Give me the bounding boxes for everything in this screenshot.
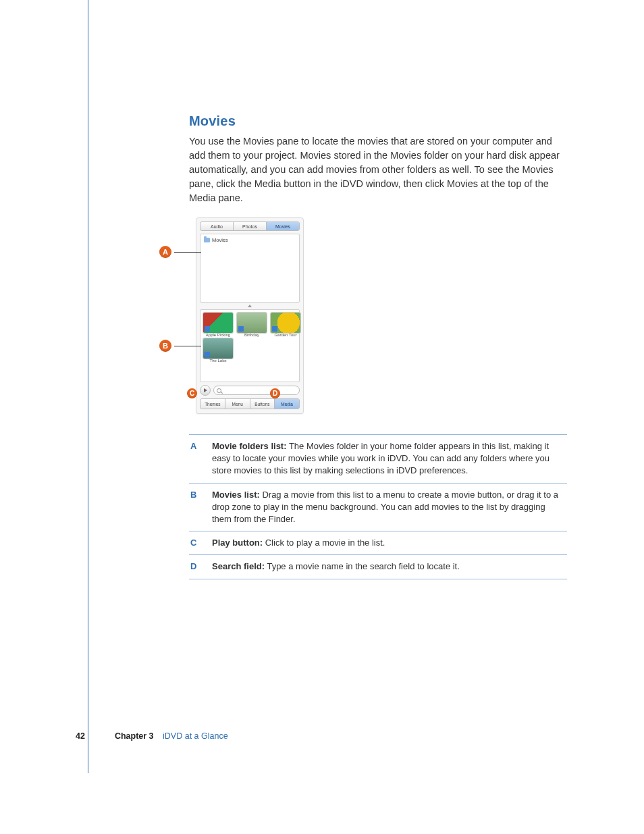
callout-d: D (270, 388, 280, 398)
callout-bubble-a: A (159, 246, 171, 258)
tab-themes[interactable]: Themes (200, 399, 225, 409)
table-row: D Search field: Type a movie name in the… (189, 555, 567, 579)
table-row: C Play button: Click to play a movie in … (189, 531, 567, 555)
tab-buttons[interactable]: Buttons (250, 399, 275, 409)
legend-text: Movies list: Drag a movie from this list… (212, 489, 566, 526)
tab-movies[interactable]: Movies (267, 222, 299, 230)
list-item[interactable]: Birthday (237, 313, 267, 337)
bottom-segmented-control[interactable]: Themes Menu Buttons Media (200, 398, 300, 409)
section-heading: Movies (189, 113, 576, 129)
tab-photos[interactable]: Photos (234, 222, 267, 230)
folder-label: Movies (212, 237, 228, 243)
top-segmented-control[interactable]: Audio Photos Movies (200, 221, 300, 231)
movie-badge-icon (238, 326, 244, 332)
search-input[interactable] (213, 386, 300, 395)
legend-key: C (190, 537, 200, 549)
legend-key: B (190, 489, 200, 526)
tab-audio[interactable]: Audio (200, 222, 234, 230)
list-item[interactable]: Apple Picking (203, 313, 233, 337)
list-item[interactable]: The Lake (203, 338, 233, 363)
page-footer: 42 Chapter 3 iDVD at a Glance (76, 731, 228, 741)
movie-badge-icon (205, 326, 210, 332)
movies-list[interactable]: Apple Picking Birthday Garden Tour The L… (200, 309, 300, 382)
movie-badge-icon (205, 352, 210, 357)
legend-text: Play button: Click to play a movie in th… (212, 537, 385, 549)
callout-line (174, 252, 201, 253)
callout-a: A (159, 246, 201, 258)
list-item[interactable]: Movies (204, 237, 296, 243)
movie-thumbnail[interactable] (203, 313, 233, 333)
callout-b: B (159, 340, 201, 352)
chapter-label: Chapter 3 (115, 731, 154, 741)
thumbnail-label: Apple Picking (203, 333, 233, 337)
movie-badge-icon (272, 326, 277, 332)
tab-menu[interactable]: Menu (225, 399, 250, 409)
callout-bubble-b: B (159, 340, 171, 352)
callout-line (174, 346, 201, 346)
thumbnail-label: Garden Tour (271, 333, 300, 337)
legend-table: A Movie folders list: The Movies folder … (189, 434, 567, 579)
movie-folders-list[interactable]: Movies (200, 234, 300, 303)
movie-thumbnail[interactable] (203, 338, 233, 359)
callout-c: C (187, 388, 197, 398)
margin-rule (88, 0, 88, 773)
lead-paragraph: You use the Movies pane to locate the mo… (189, 134, 567, 205)
thumbnail-label: The Lake (203, 359, 233, 363)
list-item[interactable]: Garden Tour (271, 313, 300, 337)
screenshot-figure: A B C D Audio Photos Movies Movies (189, 217, 338, 414)
folder-icon (204, 238, 210, 242)
legend-key: D (190, 561, 200, 573)
movie-thumbnail[interactable] (271, 313, 300, 333)
chapter-title: iDVD at a Glance (163, 731, 228, 741)
legend-key: A (190, 440, 200, 477)
callout-bubble-c: C (187, 388, 197, 398)
callout-bubble-d: D (270, 388, 280, 398)
search-icon (217, 388, 221, 393)
table-row: B Movies list: Drag a movie from this li… (189, 484, 567, 532)
legend-text: Movie folders list: The Movies folder in… (212, 440, 566, 477)
page-number: 42 (76, 731, 85, 741)
table-row: A Movie folders list: The Movies folder … (189, 435, 567, 484)
play-button[interactable] (200, 385, 211, 396)
thumbnail-label: Birthday (237, 333, 267, 337)
tab-media[interactable]: Media (275, 399, 299, 409)
movie-thumbnail[interactable] (237, 313, 267, 333)
media-pane: Audio Photos Movies Movies Apple Picking (196, 217, 304, 414)
resize-handle-icon[interactable] (200, 304, 300, 308)
legend-text: Search field: Type a movie name in the s… (212, 561, 460, 573)
